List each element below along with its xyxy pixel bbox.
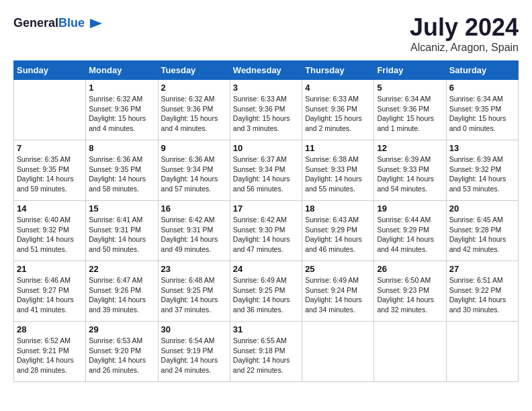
logo-text: GeneralBlue: [13, 17, 85, 30]
calendar-cell: 6Sunrise: 6:34 AMSunset: 9:35 PMDaylight…: [446, 80, 518, 140]
day-number: 11: [305, 143, 371, 153]
day-number: 13: [449, 143, 515, 153]
cell-info: Sunrise: 6:42 AMSunset: 9:31 PMDaylight:…: [161, 215, 227, 255]
cell-info: Sunrise: 6:44 AMSunset: 9:29 PMDaylight:…: [377, 215, 443, 255]
cell-info: Sunrise: 6:50 AMSunset: 9:23 PMDaylight:…: [377, 275, 443, 315]
calendar-cell: [302, 322, 374, 382]
calendar-cell: 21Sunrise: 6:46 AMSunset: 9:27 PMDayligh…: [14, 261, 86, 322]
page-header: GeneralBlue July 2024 Alcaniz, Aragon, S…: [13, 13, 519, 54]
day-number: 7: [17, 143, 83, 153]
day-header-friday: Friday: [374, 61, 446, 80]
cell-info: Sunrise: 6:40 AMSunset: 9:32 PMDaylight:…: [17, 215, 83, 255]
cell-info: Sunrise: 6:39 AMSunset: 9:32 PMDaylight:…: [449, 154, 515, 194]
cell-info: Sunrise: 6:42 AMSunset: 9:30 PMDaylight:…: [233, 215, 299, 255]
calendar-cell: [14, 80, 86, 140]
calendar-cell: 5Sunrise: 6:34 AMSunset: 9:36 PMDaylight…: [374, 80, 446, 140]
calendar-cell: 24Sunrise: 6:49 AMSunset: 9:25 PMDayligh…: [230, 261, 302, 322]
day-number: 9: [161, 143, 227, 153]
day-number: 30: [161, 324, 227, 334]
calendar-cell: 16Sunrise: 6:42 AMSunset: 9:31 PMDayligh…: [158, 201, 230, 261]
cell-info: Sunrise: 6:49 AMSunset: 9:24 PMDaylight:…: [305, 275, 371, 315]
day-number: 4: [305, 83, 371, 93]
cell-info: Sunrise: 6:47 AMSunset: 9:26 PMDaylight:…: [89, 275, 154, 315]
day-number: 20: [449, 203, 515, 214]
day-number: 3: [233, 83, 299, 93]
calendar-cell: 31Sunrise: 6:55 AMSunset: 9:18 PMDayligh…: [230, 322, 302, 382]
day-number: 10: [233, 143, 299, 153]
calendar-cell: 30Sunrise: 6:54 AMSunset: 9:19 PMDayligh…: [158, 322, 230, 382]
day-number: 19: [377, 203, 443, 214]
calendar-cell: 22Sunrise: 6:47 AMSunset: 9:26 PMDayligh…: [86, 261, 158, 322]
day-number: 21: [17, 264, 83, 274]
calendar-cell: 17Sunrise: 6:42 AMSunset: 9:30 PMDayligh…: [230, 201, 302, 261]
calendar-week-4: 21Sunrise: 6:46 AMSunset: 9:27 PMDayligh…: [14, 261, 519, 322]
cell-info: Sunrise: 6:33 AMSunset: 9:36 PMDaylight:…: [233, 94, 299, 134]
day-number: 8: [89, 143, 154, 153]
calendar-week-2: 7Sunrise: 6:35 AMSunset: 9:35 PMDaylight…: [14, 140, 519, 201]
day-header-tuesday: Tuesday: [158, 61, 230, 80]
calendar-cell: 27Sunrise: 6:51 AMSunset: 9:22 PMDayligh…: [446, 261, 518, 322]
cell-info: Sunrise: 6:32 AMSunset: 9:36 PMDaylight:…: [161, 94, 227, 134]
calendar-cell: 18Sunrise: 6:43 AMSunset: 9:29 PMDayligh…: [302, 201, 374, 261]
calendar-cell: 29Sunrise: 6:53 AMSunset: 9:20 PMDayligh…: [86, 322, 158, 382]
cell-info: Sunrise: 6:38 AMSunset: 9:33 PMDaylight:…: [305, 154, 371, 194]
day-number: 17: [233, 203, 299, 214]
cell-info: Sunrise: 6:39 AMSunset: 9:33 PMDaylight:…: [377, 154, 443, 194]
day-number: 22: [89, 264, 154, 274]
cell-info: Sunrise: 6:46 AMSunset: 9:27 PMDaylight:…: [17, 275, 83, 315]
cell-info: Sunrise: 6:36 AMSunset: 9:34 PMDaylight:…: [161, 154, 227, 194]
cell-info: Sunrise: 6:53 AMSunset: 9:20 PMDaylight:…: [89, 336, 154, 375]
svg-marker-0: [90, 19, 102, 28]
day-header-thursday: Thursday: [302, 61, 374, 80]
cell-info: Sunrise: 6:51 AMSunset: 9:22 PMDaylight:…: [449, 275, 515, 315]
logo: GeneralBlue: [13, 13, 103, 34]
cell-info: Sunrise: 6:41 AMSunset: 9:31 PMDaylight:…: [89, 215, 154, 255]
cell-info: Sunrise: 6:33 AMSunset: 9:36 PMDaylight:…: [305, 94, 371, 134]
calendar-cell: 20Sunrise: 6:45 AMSunset: 9:28 PMDayligh…: [446, 201, 518, 261]
calendar-header-row: SundayMondayTuesdayWednesdayThursdayFrid…: [14, 61, 519, 80]
day-number: 6: [449, 83, 515, 93]
calendar-cell: 14Sunrise: 6:40 AMSunset: 9:32 PMDayligh…: [14, 201, 86, 261]
logo-icon: [89, 16, 103, 31]
cell-info: Sunrise: 6:49 AMSunset: 9:25 PMDaylight:…: [233, 275, 299, 315]
calendar-week-1: 1Sunrise: 6:32 AMSunset: 9:36 PMDaylight…: [14, 80, 519, 140]
cell-info: Sunrise: 6:43 AMSunset: 9:29 PMDaylight:…: [305, 215, 371, 255]
day-number: 23: [161, 264, 227, 274]
cell-info: Sunrise: 6:36 AMSunset: 9:35 PMDaylight:…: [89, 154, 154, 194]
calendar-cell: 26Sunrise: 6:50 AMSunset: 9:23 PMDayligh…: [374, 261, 446, 322]
cell-info: Sunrise: 6:55 AMSunset: 9:18 PMDaylight:…: [233, 336, 299, 375]
day-header-monday: Monday: [86, 61, 158, 80]
calendar-cell: 3Sunrise: 6:33 AMSunset: 9:36 PMDaylight…: [230, 80, 302, 140]
day-number: 14: [17, 203, 83, 214]
cell-info: Sunrise: 6:37 AMSunset: 9:34 PMDaylight:…: [233, 154, 299, 194]
cell-info: Sunrise: 6:48 AMSunset: 9:25 PMDaylight:…: [161, 275, 227, 315]
cell-info: Sunrise: 6:52 AMSunset: 9:21 PMDaylight:…: [17, 336, 83, 375]
location-subtitle: Alcaniz, Aragon, Spain: [410, 42, 519, 54]
day-number: 25: [305, 264, 371, 274]
cell-info: Sunrise: 6:35 AMSunset: 9:35 PMDaylight:…: [17, 154, 83, 194]
calendar-cell: 8Sunrise: 6:36 AMSunset: 9:35 PMDaylight…: [86, 140, 158, 201]
calendar-cell: 12Sunrise: 6:39 AMSunset: 9:33 PMDayligh…: [374, 140, 446, 201]
cell-info: Sunrise: 6:32 AMSunset: 9:36 PMDaylight:…: [89, 94, 154, 134]
calendar-cell: 7Sunrise: 6:35 AMSunset: 9:35 PMDaylight…: [14, 140, 86, 201]
day-number: 15: [89, 203, 154, 214]
calendar-cell: [374, 322, 446, 382]
day-number: 29: [89, 324, 154, 334]
day-header-saturday: Saturday: [446, 61, 518, 80]
cell-info: Sunrise: 6:34 AMSunset: 9:36 PMDaylight:…: [377, 94, 443, 134]
day-number: 12: [377, 143, 443, 153]
day-number: 16: [161, 203, 227, 214]
cell-info: Sunrise: 6:54 AMSunset: 9:19 PMDaylight:…: [161, 336, 227, 375]
day-number: 26: [377, 264, 443, 274]
calendar-cell: 11Sunrise: 6:38 AMSunset: 9:33 PMDayligh…: [302, 140, 374, 201]
calendar-cell: 15Sunrise: 6:41 AMSunset: 9:31 PMDayligh…: [86, 201, 158, 261]
day-number: 27: [449, 264, 515, 274]
calendar-cell: [446, 322, 518, 382]
calendar-cell: 1Sunrise: 6:32 AMSunset: 9:36 PMDaylight…: [86, 80, 158, 140]
calendar-cell: 2Sunrise: 6:32 AMSunset: 9:36 PMDaylight…: [158, 80, 230, 140]
calendar-body: 1Sunrise: 6:32 AMSunset: 9:36 PMDaylight…: [14, 80, 519, 382]
calendar-cell: 19Sunrise: 6:44 AMSunset: 9:29 PMDayligh…: [374, 201, 446, 261]
calendar-cell: 4Sunrise: 6:33 AMSunset: 9:36 PMDaylight…: [302, 80, 374, 140]
day-number: 2: [161, 83, 227, 93]
day-number: 1: [89, 83, 154, 93]
